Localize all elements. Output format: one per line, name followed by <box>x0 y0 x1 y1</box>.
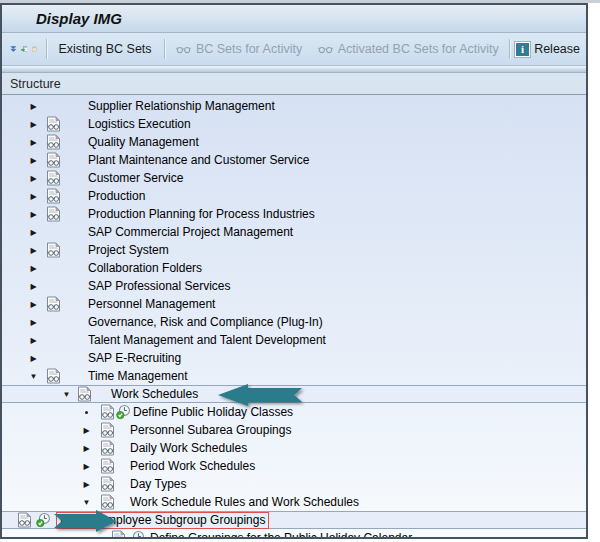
tree-item-label[interactable]: Work Schedules <box>111 387 198 401</box>
expand-icon[interactable]: ▶ <box>28 100 39 112</box>
tree-row[interactable]: ▶ Collaboration Folders <box>2 259 586 277</box>
documentation-icon[interactable] <box>100 422 115 438</box>
tree-row[interactable]: Define Public Holiday Classes <box>2 403 586 421</box>
img-structure-tree: ▶ Supplier Relationship Management ▶ Log… <box>2 95 586 537</box>
documentation-icon[interactable] <box>46 296 61 312</box>
tree-item-label[interactable]: SAP Commercial Project Management <box>88 225 293 239</box>
documentation-icon[interactable] <box>100 404 115 420</box>
tree-row[interactable]: ▶ Talent Management and Talent Developme… <box>2 331 586 349</box>
expand-icon[interactable]: ▶ <box>28 298 39 310</box>
documentation-icon[interactable] <box>77 386 92 402</box>
expand-icon[interactable]: ▶ <box>28 280 39 292</box>
collapse-icon[interactable]: ▼ <box>28 370 39 382</box>
tree-row-selected[interactable]: Define Employee Subgroup Groupings <box>2 511 586 529</box>
img-activity-icon[interactable] <box>36 512 51 528</box>
documentation-icon[interactable] <box>100 458 115 474</box>
expand-icon[interactable]: ▶ <box>28 190 39 202</box>
tree-item-label[interactable]: Talent Management and Talent Development <box>88 333 326 347</box>
tree-item-label[interactable]: Personnel Subarea Groupings <box>130 423 291 437</box>
tree-row[interactable]: ▶ Personnel Management <box>2 295 586 313</box>
double-chevron-down-icon[interactable] <box>10 39 17 59</box>
documentation-icon[interactable] <box>100 476 115 492</box>
expand-icon[interactable]: ▶ <box>28 316 39 328</box>
tree-item-label[interactable]: Supplier Relationship Management <box>88 99 275 113</box>
tree-row[interactable]: ▶ Project System <box>2 241 586 259</box>
tree-item-label[interactable]: Plant Maintenance and Customer Service <box>88 153 309 167</box>
documentation-icon[interactable] <box>46 368 61 384</box>
tree-item-label[interactable]: Governance, Risk and Compliance (Plug-In… <box>88 315 323 329</box>
tree-item-label[interactable]: SAP Professional Services <box>88 279 231 293</box>
expand-icon[interactable]: ▶ <box>28 352 39 364</box>
tree-row[interactable]: ▶ SAP E-Recruiting <box>2 349 586 367</box>
expand-icon[interactable]: ▶ <box>81 424 92 436</box>
documentation-icon[interactable] <box>46 134 61 150</box>
tree-item-label[interactable]: Project System <box>88 243 169 257</box>
expand-icon[interactable]: ▶ <box>28 172 39 184</box>
documentation-icon[interactable] <box>17 512 32 528</box>
tree-item-label[interactable]: Daily Work Schedules <box>130 441 247 455</box>
expand-icon[interactable]: ▶ <box>28 244 39 256</box>
tree-row-selected[interactable]: ▼ Work Schedules <box>2 385 586 403</box>
tree-row[interactable]: ▶ SAP Professional Services <box>2 277 586 295</box>
img-activity-icon[interactable] <box>116 404 131 420</box>
tree-row[interactable]: ▶ Customer Service <box>2 169 586 187</box>
tree-item-label[interactable]: Logistics Execution <box>88 117 191 131</box>
tree-row[interactable]: ▼ Time Management <box>2 367 586 385</box>
tree-row[interactable]: ▶ Production Planning for Process Indust… <box>2 205 586 223</box>
tree-row[interactable]: ▶ SAP Commercial Project Management <box>2 223 586 241</box>
expand-icon[interactable]: ▶ <box>28 208 39 220</box>
documentation-icon[interactable] <box>46 206 61 222</box>
tree-row[interactable]: ▶ Quality Management <box>2 133 586 151</box>
tree-item-label[interactable]: Production Planning for Process Industri… <box>88 207 315 221</box>
tree-item-label[interactable]: Production <box>88 189 145 203</box>
documentation-icon[interactable] <box>46 152 61 168</box>
expand-icon[interactable]: ▶ <box>28 334 39 346</box>
tree-row[interactable]: ▶ Governance, Risk and Compliance (Plug-… <box>2 313 586 331</box>
expand-icon[interactable]: ▶ <box>28 118 39 130</box>
tree-row[interactable]: ▶ Period Work Schedules <box>2 457 586 475</box>
tree-row[interactable]: Define Groupings for the Public Holiday … <box>2 529 586 537</box>
expand-icon[interactable]: ▶ <box>81 460 92 472</box>
tree-item-label[interactable]: Work Schedule Rules and Work Schedules <box>130 495 359 509</box>
release-notes-button[interactable]: i Release <box>515 42 580 57</box>
tree-item-label[interactable]: Day Types <box>130 477 186 491</box>
tree-item-label[interactable]: Period Work Schedules <box>130 459 255 473</box>
application-toolbar: Existing BC Sets BC Sets for Activity Ac… <box>2 33 586 66</box>
existing-bc-sets-button[interactable]: Existing BC Sets <box>52 40 157 58</box>
tree-item-label[interactable]: Personnel Management <box>88 297 215 311</box>
documentation-icon[interactable] <box>46 116 61 132</box>
tree-item-label[interactable]: Customer Service <box>88 171 183 185</box>
expand-icon[interactable]: ▶ <box>81 478 92 490</box>
tree-row[interactable]: ▶ Day Types <box>2 475 586 493</box>
tree-row[interactable]: ▶ Plant Maintenance and Customer Service <box>2 151 586 169</box>
tree-item-label[interactable]: Define Public Holiday Classes <box>133 405 293 419</box>
documentation-icon[interactable] <box>100 494 115 510</box>
tree-item-label[interactable]: SAP E-Recruiting <box>88 351 181 365</box>
tree-row[interactable]: ▶ Production <box>2 187 586 205</box>
expand-icon[interactable]: ▶ <box>28 136 39 148</box>
tree-item-label[interactable]: Time Management <box>88 369 188 383</box>
documentation-icon[interactable] <box>111 530 126 537</box>
tree-row[interactable]: ▶ Personnel Subarea Groupings <box>2 421 586 439</box>
documentation-icon[interactable] <box>46 242 61 258</box>
documentation-icon[interactable] <box>46 188 61 204</box>
expand-icon[interactable]: ▶ <box>28 262 39 274</box>
tree-row[interactable]: ▶ Supplier Relationship Management <box>2 97 586 115</box>
tree-row[interactable]: ▼ Work Schedule Rules and Work Schedules <box>2 493 586 511</box>
structure-header: Structure <box>2 73 586 95</box>
tree-item-label[interactable]: Quality Management <box>88 135 199 149</box>
tree-item-label[interactable]: Collaboration Folders <box>88 261 202 275</box>
expand-icon[interactable]: ▶ <box>28 154 39 166</box>
expand-icon[interactable]: ▶ <box>28 226 39 238</box>
tree-row[interactable]: ▶ Logistics Execution <box>2 115 586 133</box>
expand-icon[interactable]: ▶ <box>81 442 92 454</box>
display-bc-set-icon[interactable] <box>21 39 28 59</box>
collapse-icon[interactable]: ▼ <box>61 388 72 400</box>
tree-item-label[interactable]: Define Groupings for the Public Holiday … <box>150 531 412 537</box>
bc-sets-for-activity-button: BC Sets for Activity <box>170 37 306 61</box>
collapse-icon[interactable]: ▼ <box>81 496 92 508</box>
documentation-icon[interactable] <box>100 440 115 456</box>
tree-row[interactable]: ▶ Daily Work Schedules <box>2 439 586 457</box>
documentation-icon[interactable] <box>46 170 61 186</box>
img-activity-icon[interactable] <box>130 530 145 537</box>
